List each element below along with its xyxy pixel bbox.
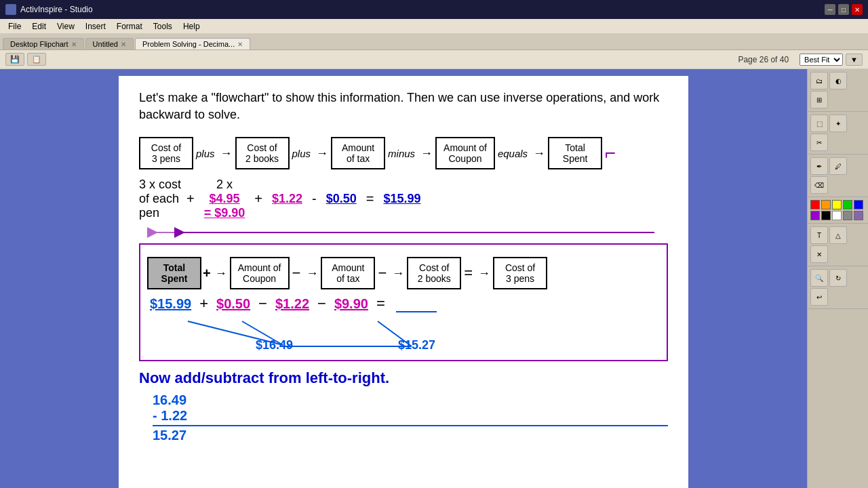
- save-button[interactable]: 💾: [5, 53, 24, 66]
- canvas-area: Let's make a "flowchart" to show this in…: [0, 69, 807, 488]
- flowchart-row-1: Cost of3 pens plus → Cost of2 books plus…: [139, 137, 668, 169]
- panel-tool-highlight[interactable]: 🖊: [829, 157, 847, 175]
- tab-label: Desktop Flipchart: [10, 40, 68, 48]
- intro-text: Let's make a "flowchart" to show this in…: [139, 89, 668, 123]
- fc-box-total-spent: TotalSpent: [548, 137, 602, 169]
- fc-box-tax-2: Amountof tax: [321, 257, 375, 289]
- fc-box-cost-pens: Cost of3 pens: [139, 137, 193, 169]
- panel-tool-rotate[interactable]: ↻: [829, 269, 847, 287]
- panel-tools-4: 🔍 ↻ ↩: [808, 266, 868, 309]
- panel-tool-magic[interactable]: ✦: [829, 115, 847, 132]
- val-blank: [396, 296, 437, 312]
- fc-box-coupon-2: Amount ofCoupon: [230, 257, 290, 289]
- panel-tools-2: ✒ 🖊 ⌫: [808, 155, 868, 197]
- math-val-990: = $9.90: [204, 206, 245, 220]
- math-op-plus1: +: [186, 191, 195, 207]
- val-op-eq: =: [376, 295, 385, 312]
- math-row-1: 3 x costof eachpen + 2 x $4.95 = $9.90 +…: [139, 178, 668, 220]
- math-val-122: $1.22: [272, 192, 302, 206]
- tab-close-icon[interactable]: ✕: [121, 41, 126, 48]
- panel-tool-shapes[interactable]: △: [829, 226, 847, 244]
- panel-tool-zoom[interactable]: 🔍: [810, 269, 828, 287]
- panel-btn-2[interactable]: ◐: [829, 72, 847, 89]
- panel-tool-select[interactable]: ⬚: [810, 115, 828, 132]
- fc-label-plus2: plus: [292, 148, 311, 159]
- back-arrow-svg: [139, 226, 668, 238]
- panel-tool-undo[interactable]: ↩: [810, 288, 828, 306]
- fc-minus-label-2: −: [378, 264, 387, 282]
- tab-desktop-flipchart[interactable]: Desktop Flipchart ✕: [3, 38, 84, 49]
- color-blue[interactable]: [854, 200, 863, 209]
- menu-bar: File Edit View Insert Format Tools Help: [0, 19, 868, 34]
- panel-tools-1: ⬚ ✦ ✂: [808, 112, 868, 155]
- color-gray[interactable]: [843, 211, 852, 220]
- tab-untitled[interactable]: Untitled ✕: [85, 38, 134, 49]
- flipchart-button[interactable]: 📋: [27, 53, 46, 66]
- menu-insert[interactable]: Insert: [80, 19, 111, 33]
- color-orange[interactable]: [821, 200, 831, 209]
- color-white[interactable]: [832, 211, 842, 220]
- math-val-495: $4.95: [209, 192, 239, 206]
- panel-tool-scissors[interactable]: ✂: [810, 134, 828, 151]
- app-title: ActivInspire - Studio: [20, 5, 93, 14]
- val-op-minus2: −: [317, 295, 326, 312]
- close-button[interactable]: ✕: [852, 4, 863, 15]
- fc-eq-label: =: [464, 264, 473, 282]
- color-lavender[interactable]: [854, 211, 863, 220]
- val-op-minus1: −: [258, 295, 267, 312]
- menu-help[interactable]: Help: [178, 19, 205, 33]
- math-op-plus2: +: [254, 191, 262, 207]
- fc-box-pens-2: Cost of3 pens: [493, 257, 547, 289]
- menu-format[interactable]: Format: [111, 19, 148, 33]
- fc-arrow-5: →: [215, 266, 227, 281]
- diag-val-1649: $16.49: [256, 338, 293, 352]
- diag-section: $16.49 $15.27: [147, 318, 660, 353]
- color-yellow[interactable]: [832, 200, 842, 209]
- tab-problem-solving[interactable]: Problem Solving - Decima... ✕: [135, 38, 250, 49]
- color-green[interactable]: [843, 200, 852, 209]
- tab-bar: Desktop Flipchart ✕ Untitled ✕ Problem S…: [0, 34, 868, 50]
- toolbar: 💾 📋 Page 26 of 40 Best Fit ▼: [0, 50, 868, 69]
- fc-box-cost-books: Cost of2 books: [235, 137, 290, 169]
- tab-close-icon[interactable]: ✕: [237, 41, 243, 48]
- menu-edit[interactable]: Edit: [26, 19, 52, 33]
- sub-line1: 16.49: [153, 392, 668, 408]
- right-panel: 🗂 ◐ ⊞ ⬚ ✦ ✂ ✒ 🖊 ⌫: [807, 69, 868, 488]
- math-text-2x: 2 x: [216, 178, 233, 192]
- fc-box-total-spent-2: TotalSpent: [147, 257, 201, 289]
- panel-tool-eraser[interactable]: ⌫: [810, 176, 828, 194]
- minimize-button[interactable]: ─: [825, 4, 835, 15]
- val-op-plus: +: [199, 295, 208, 312]
- section2: TotalSpent + → Amount ofCoupon − → Amoun…: [139, 243, 668, 361]
- tab-close-icon[interactable]: ✕: [71, 41, 77, 48]
- maximize-button[interactable]: □: [838, 4, 849, 15]
- panel-colors: [808, 197, 868, 224]
- menu-tools[interactable]: Tools: [148, 19, 178, 33]
- fit-select[interactable]: Best Fit: [800, 54, 843, 66]
- fc-box-books-2: Cost of2 books: [407, 257, 461, 289]
- panel-btn-1[interactable]: 🗂: [810, 72, 828, 89]
- fc-box-amount-coupon: Amount ofCoupon: [435, 137, 495, 169]
- color-red[interactable]: [810, 200, 820, 209]
- sub-line3: 15.27: [153, 425, 668, 443]
- now-text: Now add/subtract from left-to-right.: [139, 369, 668, 387]
- fit-dropdown-button[interactable]: ▼: [846, 54, 863, 66]
- menu-view[interactable]: View: [52, 19, 80, 33]
- color-black[interactable]: [821, 211, 831, 220]
- panel-tool-delete[interactable]: ✕: [810, 245, 828, 263]
- diag-svg: [147, 318, 622, 353]
- tab-label: Untitled: [93, 40, 118, 48]
- panel-btn-3[interactable]: ⊞: [810, 91, 828, 108]
- fc-arrow-1: →: [220, 146, 233, 161]
- panel-tool-text[interactable]: T: [810, 226, 828, 244]
- color-purple[interactable]: [810, 211, 820, 220]
- math-eq-1: =: [366, 191, 374, 207]
- math-text-3x: 3 x costof eachpen: [139, 178, 181, 220]
- canvas: Let's make a "flowchart" to show this in…: [119, 76, 688, 488]
- fc-label-plus1: plus: [196, 148, 215, 159]
- fc-label-equals1: equals: [498, 148, 528, 159]
- fc-arrow-4: →: [533, 146, 545, 161]
- panel-top-controls: 🗂 ◐ ⊞: [808, 69, 868, 112]
- menu-file[interactable]: File: [3, 19, 26, 33]
- panel-tool-pen[interactable]: ✒: [810, 157, 828, 175]
